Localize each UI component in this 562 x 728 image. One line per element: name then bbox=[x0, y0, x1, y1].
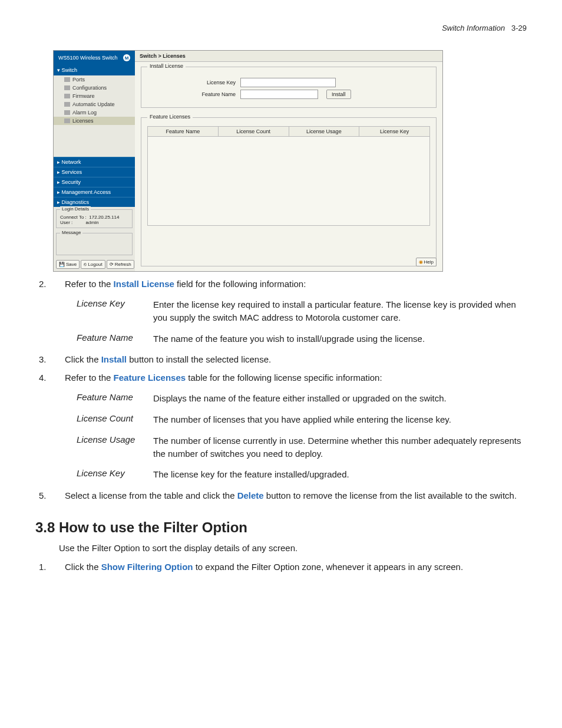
install-license-link: Install License bbox=[114, 279, 174, 289]
page-header: Switch Information 3-29 bbox=[35, 24, 527, 32]
login-details-panel: Login Details Connect To : 172.20.25.114… bbox=[56, 209, 133, 228]
feature-licenses-table-header: Feature Name License Count License Usage… bbox=[147, 126, 430, 137]
section-intro: Use the Filter Option to sort the displa… bbox=[59, 542, 527, 555]
save-icon: 💾 bbox=[59, 262, 65, 267]
step-5: 5.Select a license from the table and cl… bbox=[67, 489, 527, 502]
app-screenshot: WS5100 Wireless Switch M ▾ Switch Ports … bbox=[53, 50, 443, 272]
page-number: 3-29 bbox=[511, 24, 527, 32]
nav-group-diagnostics[interactable]: ▸ Diagnostics bbox=[54, 197, 135, 207]
update-icon bbox=[64, 102, 70, 107]
nav-group-label: Switch bbox=[62, 67, 78, 73]
definitions-install-license: License KeyEnter the license key require… bbox=[77, 298, 527, 345]
show-filtering-option-link: Show Filtering Option bbox=[101, 562, 193, 572]
col-license-key[interactable]: License Key bbox=[359, 127, 429, 136]
help-button[interactable]: ◉ Help bbox=[416, 258, 437, 266]
feature-licenses-link: Feature Licenses bbox=[114, 373, 186, 383]
col-license-count[interactable]: License Count bbox=[219, 127, 289, 136]
nav-item-automatic-update[interactable]: Automatic Update bbox=[54, 100, 135, 108]
nav-item-ports[interactable]: Ports bbox=[54, 75, 135, 84]
firmware-icon bbox=[64, 94, 70, 98]
message-legend: Message bbox=[60, 230, 82, 235]
brand-logo-icon: M bbox=[123, 54, 130, 61]
nav-group-management-access[interactable]: ▸ Management Access bbox=[54, 187, 135, 197]
feature-licenses-fieldset: Feature Licenses Feature Name License Co… bbox=[141, 117, 437, 266]
install-license-fieldset: Install License License Key Feature Name… bbox=[141, 67, 437, 108]
nav-group-security[interactable]: ▸ Security bbox=[54, 177, 135, 187]
feature-name-input[interactable] bbox=[240, 90, 318, 99]
license-key-input[interactable] bbox=[240, 78, 336, 87]
step-2: 2.Refer to the Install License field for… bbox=[67, 278, 527, 290]
nav-item-licenses[interactable]: Licenses bbox=[54, 117, 135, 125]
term-feature-name: Feature Name bbox=[77, 332, 153, 345]
ports-icon bbox=[64, 77, 70, 82]
nav-item-configurations[interactable]: Configurations bbox=[54, 84, 135, 92]
connect-ip: 172.20.25.114 bbox=[89, 215, 119, 220]
logout-button[interactable]: ⎋Logout bbox=[81, 260, 105, 269]
delete-link: Delete bbox=[237, 490, 264, 500]
help-icon: ◉ bbox=[419, 259, 423, 265]
definitions-feature-licenses: Feature NameDisplays the name of the fea… bbox=[77, 392, 527, 481]
logout-icon: ⎋ bbox=[84, 262, 87, 267]
product-header: WS5100 Wireless Switch M bbox=[54, 51, 135, 65]
feature-licenses-legend: Feature Licenses bbox=[147, 114, 193, 120]
term-license-usage: License Usage bbox=[77, 434, 153, 460]
term-feature-name-2: Feature Name bbox=[77, 392, 153, 405]
login-legend: Login Details bbox=[60, 206, 91, 212]
install-link: Install bbox=[101, 354, 127, 364]
install-license-legend: Install License bbox=[147, 63, 186, 69]
step-4: 4.Refer to the Feature Licenses table fo… bbox=[67, 371, 527, 384]
config-icon bbox=[64, 85, 70, 90]
feature-name-label: Feature Name bbox=[189, 91, 236, 97]
term-license-count: License Count bbox=[77, 413, 153, 426]
section-heading-3-8: 3.8 How to use the Filter Option bbox=[35, 519, 527, 536]
col-feature-name[interactable]: Feature Name bbox=[148, 127, 219, 136]
document-body: 2.Refer to the Install License field for… bbox=[53, 278, 527, 502]
col-license-usage[interactable]: License Usage bbox=[289, 127, 360, 136]
product-title: WS5100 Wireless Switch bbox=[58, 55, 118, 61]
nav-group-services[interactable]: ▸ Services bbox=[54, 167, 135, 177]
filter-step-1: 1.Click the Show Filtering Option to exp… bbox=[67, 561, 527, 573]
breadcrumb: Switch > Licenses bbox=[135, 51, 442, 62]
sidebar-action-buttons: 💾Save ⎋Logout ⟳Refresh bbox=[54, 258, 135, 271]
save-button[interactable]: 💾Save bbox=[56, 260, 80, 269]
term-license-key-2: License Key bbox=[77, 468, 153, 481]
nav-item-firmware[interactable]: Firmware bbox=[54, 92, 135, 100]
term-license-key: License Key bbox=[77, 298, 153, 324]
step-3: 3.Click the Install button to install th… bbox=[67, 353, 527, 365]
message-panel: Message bbox=[56, 233, 133, 255]
login-user: admin bbox=[86, 220, 99, 225]
refresh-button[interactable]: ⟳Refresh bbox=[107, 260, 134, 269]
alarm-icon bbox=[64, 110, 70, 115]
nav-item-alarm-log[interactable]: Alarm Log bbox=[54, 108, 135, 117]
sidebar: WS5100 Wireless Switch M ▾ Switch Ports … bbox=[54, 51, 135, 271]
nav-group-switch[interactable]: ▾ Switch bbox=[54, 65, 135, 75]
chapter-title: Switch Information bbox=[442, 24, 505, 32]
license-icon bbox=[64, 118, 70, 123]
nav-group-network[interactable]: ▸ Network bbox=[54, 157, 135, 167]
main-panel: Switch > Licenses Install License Licens… bbox=[135, 51, 442, 271]
license-key-label: License Key bbox=[189, 80, 236, 85]
feature-licenses-table-body[interactable] bbox=[147, 137, 430, 226]
install-button[interactable]: Install bbox=[326, 90, 351, 99]
refresh-icon: ⟳ bbox=[110, 262, 114, 267]
